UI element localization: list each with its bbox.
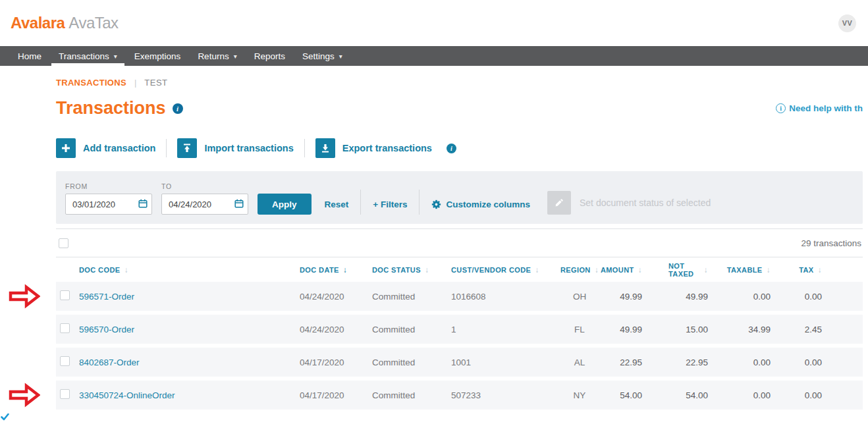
download-arrow-icon (315, 138, 335, 158)
nav-item-exemptions[interactable]: Exemptions (126, 46, 190, 66)
table-body: 596571-Order 04/24/2020 Committed 101660… (56, 282, 863, 410)
divider (360, 190, 361, 215)
add-transaction-button[interactable]: Add transaction (56, 138, 155, 158)
user-avatar[interactable]: VV (838, 14, 856, 32)
cust-vendor-code-cell: 1016608 (451, 292, 550, 302)
doc-status-cell: Committed (372, 358, 451, 367)
title-row: Transactions i i Need help with th (56, 98, 863, 119)
tax-cell: 0.00 (797, 292, 863, 302)
region-cell: NY (550, 390, 609, 400)
row-checkbox[interactable] (60, 356, 70, 366)
table-row: 330450724-OnlineOrder 04/17/2020 Committ… (56, 381, 863, 410)
page-title: Transactions (56, 98, 166, 119)
chevron-down-icon: ▾ (339, 53, 342, 60)
set-status-pencil-button[interactable] (547, 191, 571, 215)
export-transactions-label: Export transactions (342, 143, 432, 153)
doc-date-cell: 04/24/2020 (300, 325, 372, 334)
add-transaction-label: Add transaction (83, 143, 155, 153)
nav-item-returns[interactable]: Returns ▾ (189, 46, 245, 66)
arrow-down-icon: ↓ (767, 265, 771, 275)
region-cell: OH (550, 292, 609, 302)
select-all-row: 29 transactions (56, 229, 863, 257)
info-icon[interactable]: i (173, 103, 183, 114)
breadcrumb-test: TEST (144, 78, 167, 88)
column-header-not-taxed[interactable]: NOT TAXED ↓ (668, 262, 734, 278)
doc-date-cell: 04/17/2020 (300, 390, 372, 400)
nav-item-settings[interactable]: Settings ▾ (294, 46, 351, 66)
breadcrumb: TRANSACTIONS | TEST (56, 78, 863, 88)
main-nav: Home Transactions ▾ Exemptions Returns ▾… (0, 46, 868, 66)
column-header-taxable[interactable]: TAXABLE ↓ (734, 265, 797, 275)
doc-date-cell: 04/24/2020 (300, 292, 372, 302)
divider (419, 190, 420, 215)
arrow-down-icon: ↓ (818, 265, 822, 275)
need-help-link[interactable]: i Need help with th (776, 103, 863, 113)
chevron-down-icon: ▾ (234, 53, 237, 60)
customize-columns-button[interactable]: Customize columns (431, 194, 530, 215)
red-arrow-annotation (9, 383, 40, 408)
row-checkbox[interactable] (60, 290, 70, 300)
info-outline-icon: i (776, 103, 786, 113)
arrow-down-icon: ↓ (124, 265, 128, 275)
nav-item-reports[interactable]: Reports (246, 46, 294, 66)
region-cell: AL (550, 358, 609, 367)
calendar-icon[interactable] (138, 199, 148, 208)
apply-button[interactable]: Apply (258, 194, 312, 215)
customize-columns-label: Customize columns (446, 199, 530, 209)
taxable-cell: 0.00 (734, 358, 797, 367)
app-header: Avalara AvaTax VV (0, 0, 868, 46)
need-help-label: Need help with th (789, 103, 863, 113)
upload-arrow-icon (177, 138, 197, 158)
doc-code-link[interactable]: 596571-Order (79, 292, 300, 302)
not-taxed-cell: 22.95 (668, 358, 734, 367)
divider (166, 139, 167, 157)
add-filters-button[interactable]: + Filters (373, 194, 407, 215)
actions-row: Add transaction Import transactions Expo… (56, 138, 863, 158)
doc-code-link[interactable]: 330450724-OnlineOrder (79, 390, 300, 400)
column-header-cust-vendor-code[interactable]: CUST/VENDOR CODE ↓ (451, 265, 550, 275)
select-all-checkbox[interactable] (59, 238, 68, 248)
transactions-list-section: 29 transactions DOC CODE ↓ DOC DATE ↓ DO… (56, 228, 863, 410)
column-header-doc-date[interactable]: DOC DATE ↓ (300, 265, 372, 275)
row-checkbox[interactable] (60, 389, 70, 399)
tax-cell: 2.45 (797, 325, 863, 334)
table-row: 8402687-Order 04/17/2020 Committed 1001 … (56, 348, 863, 377)
doc-status-cell: Committed (372, 325, 451, 334)
doc-date-cell: 04/17/2020 (300, 358, 372, 367)
divider (304, 139, 305, 157)
nav-item-home[interactable]: Home (9, 46, 50, 66)
tax-cell: 0.00 (797, 358, 863, 367)
reset-button[interactable]: Reset (325, 194, 349, 215)
info-icon[interactable]: i (447, 144, 456, 153)
not-taxed-cell: 15.00 (668, 325, 734, 334)
column-header-doc-code[interactable]: DOC CODE ↓ (79, 265, 300, 275)
arrow-down-icon: ↓ (535, 265, 539, 275)
breadcrumb-transactions[interactable]: TRANSACTIONS (56, 78, 126, 88)
check-icon (1, 413, 9, 421)
arrow-down-icon: ↓ (638, 265, 642, 275)
row-checkbox[interactable] (60, 323, 70, 333)
import-transactions-label: Import transactions (204, 143, 293, 153)
column-header-amount[interactable]: AMOUNT ↓ (609, 265, 668, 275)
doc-code-link[interactable]: 8402687-Order (79, 358, 300, 367)
taxable-cell: 34.99 (734, 325, 797, 334)
to-label: TO (161, 182, 248, 190)
tax-cell: 0.00 (797, 390, 863, 400)
arrow-down-icon: ↓ (425, 265, 429, 275)
table-header-row: DOC CODE ↓ DOC DATE ↓ DOC STATUS ↓ CUST/… (56, 257, 863, 282)
avalara-logo[interactable]: Avalara AvaTax (11, 14, 119, 32)
export-transactions-button[interactable]: Export transactions (315, 138, 432, 158)
pencil-icon (554, 198, 564, 208)
import-transactions-button[interactable]: Import transactions (177, 138, 293, 158)
logo-avalara-text: Avalara (11, 14, 65, 32)
arrow-down-icon: ↓ (704, 265, 708, 275)
doc-status-cell: Committed (372, 292, 451, 302)
doc-code-link[interactable]: 596570-Order (79, 325, 300, 334)
amount-cell: 54.00 (609, 390, 668, 400)
cust-vendor-code-cell: 507233 (451, 390, 550, 400)
nav-item-transactions[interactable]: Transactions ▾ (50, 46, 126, 66)
column-header-doc-status[interactable]: DOC STATUS ↓ (372, 265, 451, 275)
not-taxed-cell: 54.00 (668, 390, 734, 400)
column-header-tax[interactable]: TAX ↓ (797, 265, 863, 275)
calendar-icon[interactable] (234, 199, 244, 208)
